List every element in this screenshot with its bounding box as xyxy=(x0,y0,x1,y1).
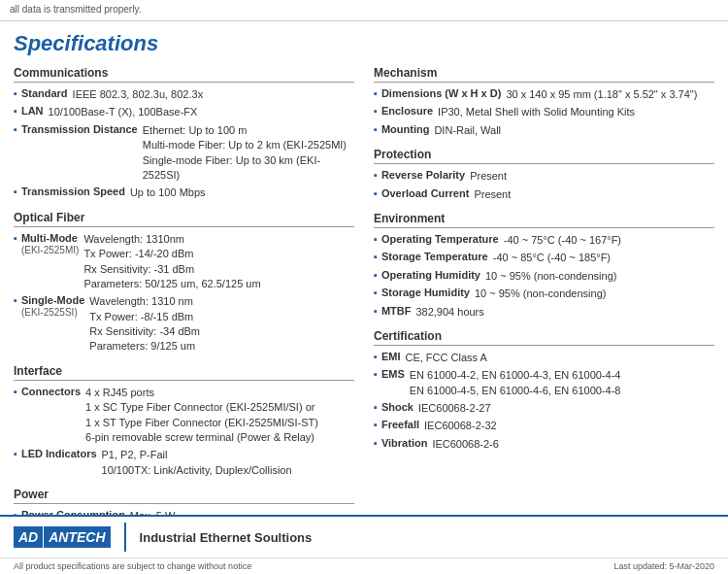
logo-antech: ANTECH xyxy=(43,526,110,548)
list-item: ▪ Operating Humidity 10 ~ 95% (non-conde… xyxy=(374,269,714,284)
optical-fiber-items: ▪ Multi-Mode (EKI-2525MI) Wavelength: 13… xyxy=(14,232,354,355)
section-optical-fiber: Optical Fiber xyxy=(14,211,354,227)
logo-ad: AD xyxy=(14,526,43,548)
section-interface: Interface xyxy=(14,364,354,381)
list-item: ▪ Storage Humidity 10 ~ 95% (non-condens… xyxy=(374,287,714,301)
left-column: Communications ▪ Standard IEEE 802.3, 80… xyxy=(14,66,354,565)
bullet-icon: ▪ xyxy=(14,87,17,99)
footer-logo: ADANTECH xyxy=(14,526,111,548)
section-protection: Protection xyxy=(374,148,714,164)
list-item: ▪ Storage Temperature -40 ~ 85°C (-40 ~ … xyxy=(374,251,714,265)
bullet-icon: ▪ xyxy=(374,287,378,298)
bullet-icon: ▪ xyxy=(374,437,378,449)
bullet-icon: ▪ xyxy=(14,105,17,117)
section-power: Power xyxy=(14,488,354,504)
right-column: Mechanism ▪ Dimensions (W x H x D) 30 x … xyxy=(374,66,714,565)
bullet-icon: ▪ xyxy=(374,233,378,245)
list-item: ▪ Dimensions (W x H x D) 30 x 140 x 95 m… xyxy=(374,87,714,102)
list-item: ▪ Mounting DIN-Rail, Wall xyxy=(374,123,714,138)
section-communications: Communications xyxy=(14,66,354,83)
page-title: Specifications xyxy=(14,31,714,56)
bullet-icon: ▪ xyxy=(14,232,17,244)
bullet-icon: ▪ xyxy=(14,448,17,459)
list-item: ▪ Freefall IEC60068-2-32 xyxy=(374,419,714,433)
bullet-icon: ▪ xyxy=(14,123,17,135)
certification-items: ▪ EMI CE, FCC Class A ▪ EMS EN 61000-4-2… xyxy=(374,351,714,452)
bullet-icon: ▪ xyxy=(374,251,378,262)
environment-items: ▪ Operating Temperature -40 ~ 75°C (-40 … xyxy=(374,233,714,320)
list-item: ▪ Vibration IEC60068-2-6 xyxy=(374,437,714,452)
list-item: ▪ EMS EN 61000-4-2, EN 61000-4-3, EN 610… xyxy=(374,368,714,398)
footer-tagline: Industrial Ethernet Soultions xyxy=(140,530,313,545)
list-item: ▪ MTBF 382,904 hours xyxy=(374,305,714,320)
section-mechanism: Mechanism xyxy=(374,66,714,83)
list-item: ▪ Connectors 4 x RJ45 ports1 x SC Type F… xyxy=(14,386,354,446)
bullet-icon: ▪ xyxy=(374,351,378,362)
list-item: ▪ Operating Temperature -40 ~ 75°C (-40 … xyxy=(374,233,714,248)
bullet-icon: ▪ xyxy=(374,87,378,99)
bullet-icon: ▪ xyxy=(14,186,17,197)
list-item: ▪ LAN 10/100Base-T (X), 100Base-FX xyxy=(14,105,354,119)
footer-note-right: Last updated: 5-Mar-2020 xyxy=(613,561,714,571)
communications-items: ▪ Standard IEEE 802.3, 802.3u, 802.3x ▪ … xyxy=(14,87,354,201)
footer-bottom: All product specifications are subject t… xyxy=(0,557,728,574)
footer-divider xyxy=(124,523,126,552)
bullet-icon: ▪ xyxy=(374,269,378,281)
list-item: ▪ Transmission Distance Ethernet: Up to … xyxy=(14,123,354,184)
section-certification: Certification xyxy=(374,329,714,346)
bullet-icon: ▪ xyxy=(374,401,378,413)
bullet-icon: ▪ xyxy=(374,123,378,135)
top-note: all data is transmitted properly. xyxy=(0,0,728,21)
bullet-icon: ▪ xyxy=(14,294,17,306)
list-item: ▪ Reverse Polarity Present xyxy=(374,169,714,184)
bullet-icon: ▪ xyxy=(374,187,378,199)
list-item: ▪ Multi-Mode (EKI-2525MI) Wavelength: 13… xyxy=(14,232,354,292)
bullet-icon: ▪ xyxy=(374,419,378,430)
interface-items: ▪ Connectors 4 x RJ45 ports1 x SC Type F… xyxy=(14,386,354,478)
bullet-icon: ▪ xyxy=(374,105,378,117)
protection-items: ▪ Reverse Polarity Present ▪ Overload Cu… xyxy=(374,169,714,202)
footer-note-left: All product specifications are subject t… xyxy=(14,561,251,571)
bullet-icon: ▪ xyxy=(374,305,378,317)
bullet-icon: ▪ xyxy=(14,386,17,397)
footer: ADANTECH Industrial Ethernet Soultions A… xyxy=(0,515,728,574)
list-item: ▪ Single-Mode (EKI-2525SI) Wavelength: 1… xyxy=(14,294,354,355)
bullet-icon: ▪ xyxy=(374,169,378,181)
list-item: ▪ EMI CE, FCC Class A xyxy=(374,351,714,365)
list-item: ▪ Overload Current Present xyxy=(374,187,714,202)
list-item: ▪ Shock IEC60068-2-27 xyxy=(374,401,714,416)
list-item: ▪ Standard IEEE 802.3, 802.3u, 802.3x xyxy=(14,87,354,102)
list-item: ▪ LED Indicators P1, P2, P-Fail10/100TX:… xyxy=(14,448,354,478)
mechanism-items: ▪ Dimensions (W x H x D) 30 x 140 x 95 m… xyxy=(374,87,714,138)
section-environment: Environment xyxy=(374,212,714,228)
footer-bar: ADANTECH Industrial Ethernet Soultions xyxy=(0,515,728,557)
list-item: ▪ Enclosure IP30, Metal Shell with Solid… xyxy=(374,105,714,119)
list-item: ▪ Transmission Speed Up to 100 Mbps xyxy=(14,186,354,200)
bullet-icon: ▪ xyxy=(374,368,378,380)
